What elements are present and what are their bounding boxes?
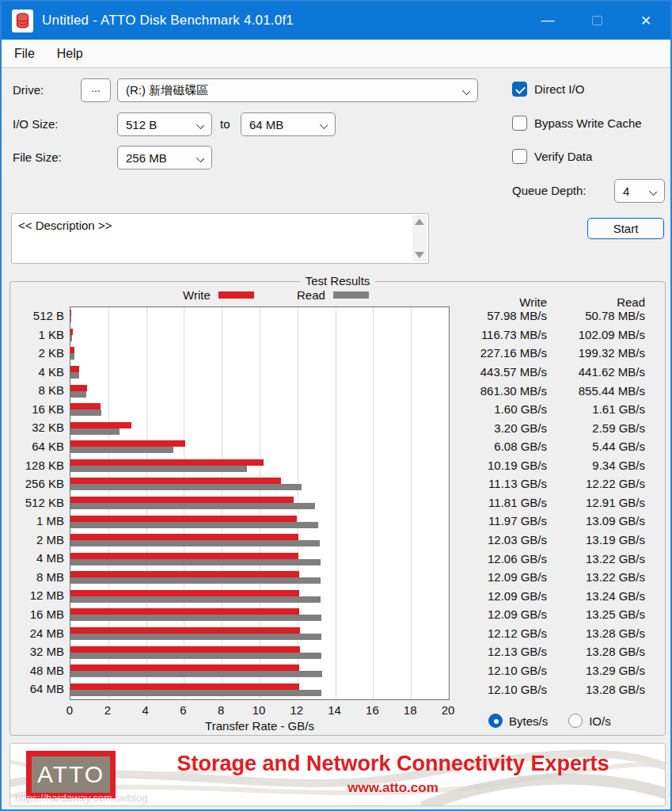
value-row: 10.19 GB/s9.34 GB/s	[454, 456, 645, 475]
chart-bar-read	[70, 428, 120, 435]
chart-category-label: 48 MB	[10, 661, 64, 680]
chart-bar-read	[70, 503, 315, 509]
scroll-up-icon[interactable]	[415, 219, 424, 225]
browse-button[interactable]: ...	[81, 78, 111, 102]
chart-bar-write	[70, 590, 299, 596]
chevron-down-icon	[196, 121, 204, 129]
write-value: 10.19 GB/s	[454, 459, 547, 472]
chart-bar-read	[70, 484, 302, 490]
value-row: 12.09 GB/s13.25 GB/s	[454, 605, 645, 624]
x-tick-label: 0	[54, 703, 85, 717]
chart-bar-read	[70, 335, 72, 341]
start-button[interactable]: Start	[587, 218, 664, 239]
chart-bar-read	[70, 353, 74, 360]
value-row: 12.03 GB/s13.19 GB/s	[454, 531, 645, 550]
read-value: 5.44 GB/s	[547, 440, 645, 453]
bypass-write-cache-checkbox[interactable]	[512, 116, 527, 131]
write-value: 12.10 GB/s	[454, 683, 547, 696]
chart-bar-write	[70, 534, 298, 540]
read-value: 13.28 GB/s	[547, 626, 645, 640]
io-size-to-select[interactable]: 64 MB	[241, 112, 336, 136]
chart-category-label: 2 KB	[10, 344, 64, 363]
write-value: 12.09 GB/s	[454, 570, 547, 584]
value-row: 12.09 GB/s13.22 GB/s	[454, 568, 645, 587]
chart-bar-read	[70, 615, 321, 621]
x-tick-label: 14	[319, 703, 351, 717]
chart-category-label: 64 KB	[10, 437, 64, 456]
read-value: 13.22 GB/s	[547, 570, 645, 584]
chart-bar-write	[70, 627, 300, 634]
chart-bar-read	[70, 634, 321, 640]
read-value: 13.22 GB/s	[547, 552, 645, 565]
results-values-table: 57.98 MB/s50.78 MB/s116.73 MB/s102.09 MB…	[454, 307, 645, 699]
drive-select[interactable]: (R:) 新增磁碟區	[117, 78, 478, 102]
value-row: 443.57 MB/s441.62 MB/s	[454, 363, 645, 382]
chart-gridline	[336, 307, 336, 699]
direct-io-option[interactable]: Direct I/O	[512, 82, 584, 97]
value-row: 57.98 MB/s50.78 MB/s	[454, 307, 645, 326]
read-value: 855.44 MB/s	[547, 384, 645, 398]
chevron-down-icon	[320, 121, 328, 129]
direct-io-checkbox[interactable]	[512, 82, 527, 97]
banner-url[interactable]: www.atto.com	[129, 780, 657, 796]
verify-data-option[interactable]: Verify Data	[512, 149, 592, 164]
maximize-button[interactable]	[572, 2, 621, 40]
file-size-select[interactable]: 256 MB	[117, 146, 212, 169]
chart-bar-read	[70, 690, 321, 696]
write-value: 12.13 GB/s	[454, 645, 547, 658]
window-title: Untitled - ATTO Disk Benchmark 4.01.0f1	[42, 13, 294, 29]
io-per-sec-option[interactable]: IO/s	[568, 714, 611, 728]
app-icon	[12, 10, 33, 32]
chart-bar-write	[70, 497, 294, 503]
description-input[interactable]: << Description >>	[11, 213, 429, 264]
chart-bar-read	[70, 671, 322, 677]
chart-bar-read	[70, 391, 86, 398]
chart-category-label: 128 KB	[10, 456, 64, 475]
bypass-write-cache-option[interactable]: Bypass Write Cache	[512, 116, 642, 131]
write-value: 11.97 GB/s	[454, 514, 547, 527]
chart-bar-read	[70, 316, 71, 322]
queue-depth-select[interactable]: 4	[614, 179, 665, 203]
x-tick-label: 2	[92, 703, 123, 717]
value-row: 3.20 GB/s2.59 GB/s	[454, 418, 645, 437]
disk-stack-icon	[15, 13, 30, 29]
write-value: 6.08 GB/s	[454, 440, 547, 453]
io-per-sec-radio[interactable]	[568, 714, 583, 728]
chart-bar-read	[70, 596, 321, 603]
write-value: 443.57 MB/s	[454, 365, 547, 379]
chart-category-label: 8 KB	[10, 381, 64, 400]
value-row: 12.10 GB/s13.28 GB/s	[454, 680, 645, 699]
scroll-down-icon[interactable]	[415, 252, 424, 258]
value-row: 12.13 GB/s13.28 GB/s	[454, 642, 645, 661]
bytes-per-sec-option[interactable]: Bytes/s	[488, 714, 548, 728]
queue-depth-label: Queue Depth:	[512, 184, 586, 197]
write-value: 1.60 GB/s	[454, 402, 547, 416]
chart-bar-write	[70, 683, 299, 690]
write-value: 12.10 GB/s	[454, 664, 547, 677]
chart-category-label: 256 KB	[10, 474, 64, 493]
chart-category-label: 1 MB	[10, 512, 64, 531]
minimize-button[interactable]: —	[523, 2, 572, 40]
write-value: 57.98 MB/s	[454, 309, 547, 322]
description-spinner[interactable]	[412, 215, 427, 261]
menu-help[interactable]: Help	[47, 42, 93, 66]
read-value: 50.78 MB/s	[547, 309, 645, 322]
value-row: 12.06 GB/s13.22 GB/s	[454, 549, 645, 568]
chart-bar-read	[70, 372, 79, 379]
verify-data-checkbox[interactable]	[512, 149, 527, 164]
atto-banner: ATTO Storage and Network Connectivity Ex…	[9, 743, 666, 806]
read-value: 13.29 GB/s	[547, 664, 645, 677]
chart-category-label: 16 MB	[10, 605, 64, 624]
menu-file[interactable]: File	[5, 42, 44, 66]
chart-category-labels: 512 B1 KB2 KB4 KB8 KB16 KB32 KB64 KB128 …	[10, 307, 64, 699]
chart-bar-write	[70, 608, 299, 615]
close-button[interactable]: ✕	[621, 2, 670, 40]
bytes-per-sec-radio[interactable]	[488, 714, 503, 728]
read-value: 441.62 MB/s	[547, 365, 645, 379]
io-size-from-select[interactable]: 512 B	[117, 112, 212, 136]
write-value: 12.12 GB/s	[454, 626, 547, 640]
chart-gridline	[411, 307, 412, 699]
chart-bar-write	[70, 571, 299, 577]
chart-bar-write	[70, 329, 73, 335]
chart-bar-read	[70, 559, 321, 565]
